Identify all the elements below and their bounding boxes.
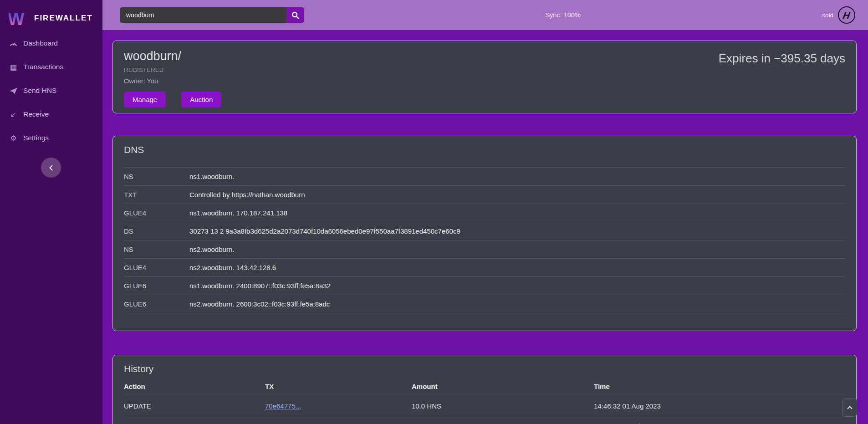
dns-record-row: NS ns2.woodburn. xyxy=(124,240,845,259)
domain-info: woodburn/ REGISTERED Owner: You Manage A… xyxy=(124,49,221,105)
firewallet-logo-icon: W xyxy=(9,9,28,28)
sidebar-item-label: Settings xyxy=(23,134,49,142)
dns-record-value: Controlled by https://nathan.woodburn xyxy=(189,186,845,204)
paper-plane-icon xyxy=(9,87,18,94)
tx-link[interactable]: 70e64775... xyxy=(265,402,301,410)
wallet-name: cold xyxy=(822,12,833,19)
history-amount: 10.0 HNS xyxy=(412,416,594,424)
search-group xyxy=(120,7,304,23)
domain-expiry: Expires in ~395.35 days xyxy=(719,49,845,105)
dns-record-row: GLUE4 ns2.woodburn. 143.42.128.6 xyxy=(124,259,845,277)
dns-card: DNS NS ns1.woodburn. TXT Controlled by h… xyxy=(112,136,857,331)
domain-name: woodburn/ xyxy=(124,49,221,63)
dns-record-type: NS xyxy=(124,240,189,259)
history-row: RENEW d79c3c4... 10.0 HNS 15:45:26 07 Ju… xyxy=(124,416,845,424)
history-action: UPDATE xyxy=(124,396,265,416)
dns-table: NS ns1.woodburn. TXT Controlled by https… xyxy=(124,167,845,313)
sidebar-item-send-hns[interactable]: Send HNS xyxy=(0,84,102,97)
dns-record-value: ns2.woodburn. 143.42.128.6 xyxy=(189,259,845,277)
gauge-icon xyxy=(9,40,18,47)
dns-record-value: ns1.woodburn. xyxy=(189,168,845,186)
handshake-icon[interactable]: H xyxy=(838,6,855,24)
sidebar-item-label: Transactions xyxy=(23,63,63,71)
search-icon xyxy=(291,11,299,19)
svg-text:W: W xyxy=(9,9,25,27)
wallet-selector[interactable]: cold H xyxy=(822,6,855,24)
dns-record-row: GLUE4 ns1.woodburn. 170.187.241.138 xyxy=(124,204,845,222)
dns-record-row: NS ns1.woodburn. xyxy=(124,168,845,186)
history-card: History Action TX Amount Time UPDATE 70e… xyxy=(112,355,857,424)
chevron-up-icon xyxy=(847,406,852,411)
history-card-title: History xyxy=(124,363,845,374)
sidebar-item-receive[interactable]: ↙ Receive xyxy=(0,107,102,121)
dns-record-row: GLUE6 ns1.woodburn. 2400:8907::f03c:93ff… xyxy=(124,277,845,295)
dns-record-type: DS xyxy=(124,222,189,240)
search-input[interactable] xyxy=(120,7,286,23)
sidebar-item-label: Dashboard xyxy=(23,39,58,47)
brand-logo[interactable]: W FIREWALLET xyxy=(0,0,102,30)
dns-record-type: GLUE4 xyxy=(124,204,189,222)
search-button[interactable] xyxy=(286,7,304,23)
sidebar-item-label: Receive xyxy=(23,110,49,118)
auction-button[interactable]: Auction xyxy=(181,92,221,107)
sidebar-nav: Dashboard ▦ Transactions Send HNS ↙ Rece… xyxy=(0,36,102,155)
history-header-amount: Amount xyxy=(412,383,594,396)
history-table: Action TX Amount Time UPDATE 70e64775...… xyxy=(124,383,845,424)
history-amount: 10.0 HNS xyxy=(412,396,594,416)
chevron-left-icon xyxy=(49,165,55,171)
domain-owner: Owner: You xyxy=(124,77,221,85)
dns-record-value: 30273 13 2 9a3a8fb3d625d2a2073d740f10da6… xyxy=(189,222,845,240)
arrow-down-left-icon: ↙ xyxy=(9,110,18,119)
topbar: Sync: 100% cold H xyxy=(102,0,868,30)
handshake-h-glyph: H xyxy=(842,10,851,20)
manage-button[interactable]: Manage xyxy=(124,92,166,107)
main-content: woodburn/ REGISTERED Owner: You Manage A… xyxy=(102,30,868,424)
sidebar-item-label: Send HNS xyxy=(23,87,56,95)
domain-actions: Manage Auction xyxy=(124,92,221,107)
dns-record-value: ns1.woodburn. 170.187.241.138 xyxy=(189,204,845,222)
history-header-tx: TX xyxy=(265,383,412,396)
gear-icon: ⚙ xyxy=(9,134,18,143)
history-time: 15:45:26 07 Jul 2023 xyxy=(594,416,845,424)
dns-record-row: TXT Controlled by https://nathan.woodbur… xyxy=(124,186,845,204)
sidebar-item-settings[interactable]: ⚙ Settings xyxy=(0,131,102,145)
sidebar: W FIREWALLET Dashboard ▦ Transactions xyxy=(0,0,102,424)
sidebar-item-transactions[interactable]: ▦ Transactions xyxy=(0,60,102,74)
dns-record-type: NS xyxy=(124,168,189,186)
history-header-row: Action TX Amount Time xyxy=(124,383,845,396)
dns-record-value: ns2.woodburn. 2600:3c02::f03c:93ff:fe5a:… xyxy=(189,295,845,313)
sidebar-item-dashboard[interactable]: Dashboard xyxy=(0,36,102,50)
dns-record-value: ns1.woodburn. 2400:8907::f03c:93ff:fe5a:… xyxy=(189,277,845,295)
history-header-action: Action xyxy=(124,383,265,396)
dns-record-type: GLUE4 xyxy=(124,259,189,277)
dns-record-row: DS 30273 13 2 9a3a8fb3d625d2a2073d740f10… xyxy=(124,222,845,240)
domain-card: woodburn/ REGISTERED Owner: You Manage A… xyxy=(112,41,857,113)
dns-record-type: TXT xyxy=(124,186,189,204)
dns-record-type: GLUE6 xyxy=(124,295,189,313)
sidebar-collapse-button[interactable] xyxy=(41,158,61,178)
scroll-to-top-button[interactable] xyxy=(842,398,857,417)
history-header-time: Time xyxy=(594,383,845,396)
dns-record-row: GLUE6 ns2.woodburn. 2600:3c02::f03c:93ff… xyxy=(124,295,845,313)
tx-link[interactable]: d79c3c4... xyxy=(265,422,296,424)
table-icon: ▦ xyxy=(9,63,18,72)
history-row: UPDATE 70e64775... 10.0 HNS 14:46:32 01 … xyxy=(124,396,845,416)
history-time: 14:46:32 01 Aug 2023 xyxy=(594,396,845,416)
domain-status-badge: REGISTERED xyxy=(124,66,221,73)
dns-record-value: ns2.woodburn. xyxy=(189,240,845,259)
dns-card-title: DNS xyxy=(124,144,845,155)
sync-status: Sync: 100% xyxy=(545,11,580,19)
history-action: RENEW xyxy=(124,416,265,424)
brand-name: FIREWALLET xyxy=(34,14,93,23)
dns-record-type: GLUE6 xyxy=(124,277,189,295)
